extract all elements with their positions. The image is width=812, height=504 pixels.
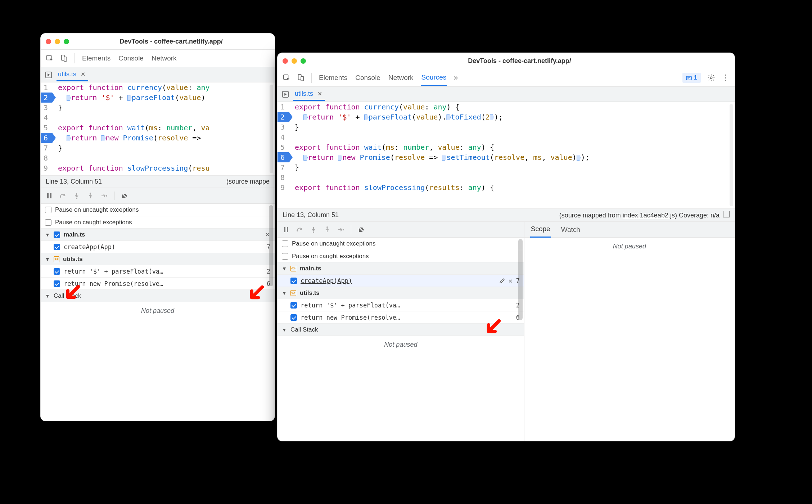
kebab-menu-icon[interactable]: ⋮ <box>722 73 730 82</box>
close-file-tab-icon[interactable]: ✕ <box>79 71 87 78</box>
disclosure-triangle-icon[interactable]: ▼ <box>45 232 50 238</box>
group-main-checkbox[interactable] <box>54 231 60 238</box>
inspect-element-icon[interactable] <box>283 74 290 82</box>
tab-watch[interactable]: Watch <box>561 226 580 234</box>
more-tabs-icon[interactable]: » <box>454 73 458 82</box>
tab-network[interactable]: Network <box>151 51 177 66</box>
not-paused-label: Not paused <box>278 336 524 354</box>
disclosure-triangle-icon[interactable]: ▼ <box>45 293 50 299</box>
bp-createapp-checkbox[interactable] <box>54 244 60 250</box>
tab-network[interactable]: Network <box>388 70 414 85</box>
bp-promise-checkbox[interactable] <box>54 280 60 287</box>
edit-breakpoint-icon[interactable] <box>499 278 505 284</box>
pause-uncaught-checkbox[interactable] <box>282 240 288 247</box>
issues-badge[interactable]: 1 <box>682 73 701 83</box>
breakpoint-item-parsefloat[interactable]: return '$' + parseFloat(va… 2 <box>278 299 524 311</box>
coverage-toggle-icon[interactable] <box>723 211 730 217</box>
code-editor[interactable]: 1 2 3 4 5 6 7 8 9 export function curren… <box>278 102 735 208</box>
window-title: DevTools - coffee-cart.netlify.app/ <box>73 38 270 45</box>
source-mapped-text: (source mappe <box>226 178 270 185</box>
pane-scrollbar[interactable] <box>269 205 273 286</box>
pause-caught-checkbox[interactable] <box>282 253 288 260</box>
disclosure-triangle-icon[interactable]: ▼ <box>282 290 287 296</box>
bp-parsefloat-checkbox[interactable] <box>290 302 297 309</box>
navigator-toggle-icon[interactable] <box>282 91 289 98</box>
breakpoint-item-createapp[interactable]: createApp(App) ✕ 7 <box>278 274 524 287</box>
step-icon[interactable] <box>337 226 344 233</box>
device-toggle-icon[interactable] <box>60 54 68 62</box>
svg-rect-13 <box>686 76 691 80</box>
tab-console[interactable]: Console <box>118 51 144 66</box>
code-body[interactable]: export function currency(value: any retu… <box>52 82 210 175</box>
step-into-icon[interactable] <box>73 192 80 199</box>
breakpoint-line-2[interactable]: 2 <box>278 112 289 122</box>
source-mapped-text: (source mapped from index.1ac4eab2.js) C… <box>559 211 730 219</box>
tab-scope[interactable]: Scope <box>530 221 551 238</box>
close-window-button[interactable] <box>283 58 288 64</box>
ts-file-icon: <> <box>54 256 59 262</box>
tab-sources[interactable]: Sources <box>421 70 447 86</box>
debugger-toolbar <box>41 188 275 204</box>
breakpoint-group-utils[interactable]: ▼ <> utils.ts <box>278 287 524 299</box>
tab-console[interactable]: Console <box>355 70 381 85</box>
pause-caught-checkbox[interactable] <box>45 219 51 226</box>
step-over-icon[interactable] <box>59 192 67 199</box>
titlebar[interactable]: DevTools - coffee-cart.netlify.app/ <box>278 53 735 69</box>
settings-gear-icon[interactable] <box>707 74 715 82</box>
breakpoint-item-createapp[interactable]: createApp(App) 7 <box>41 240 275 253</box>
bp-parsefloat-checkbox[interactable] <box>54 268 60 275</box>
code-editor[interactable]: 1 2 3 4 5 6 7 8 9 export function curren… <box>41 82 275 175</box>
deactivate-breakpoints-icon[interactable] <box>121 192 128 199</box>
bp-createapp-checkbox[interactable] <box>290 278 297 284</box>
breakpoint-line-6[interactable]: 6 <box>278 152 289 162</box>
file-tab-utils[interactable]: utils.ts ✕ <box>57 68 88 81</box>
breakpoint-line-2[interactable]: 2 <box>41 93 52 103</box>
file-tab-utils[interactable]: utils.ts ✕ <box>293 88 325 101</box>
window-controls[interactable] <box>46 39 69 44</box>
fullscreen-window-button[interactable] <box>301 58 306 64</box>
fullscreen-window-button[interactable] <box>64 39 69 44</box>
code-body[interactable]: export function currency(value: any) { r… <box>289 102 590 208</box>
device-toggle-icon[interactable] <box>297 74 305 82</box>
breakpoints-pane: Pause on uncaught exceptions Pause on ca… <box>41 204 275 320</box>
step-out-icon[interactable] <box>324 226 331 233</box>
disclosure-triangle-icon[interactable]: ▼ <box>45 256 50 262</box>
editor-scrollbar[interactable] <box>730 104 733 206</box>
line-gutter[interactable]: 1 2 3 4 5 6 7 8 9 <box>41 82 52 175</box>
window-controls[interactable] <box>283 58 306 64</box>
pause-icon[interactable] <box>46 192 53 199</box>
pause-icon[interactable] <box>283 226 290 233</box>
breakpoint-group-main[interactable]: ▼ main.ts ✕ <box>41 228 275 240</box>
breakpoint-item-parsefloat[interactable]: return '$' + parseFloat(va… 2 <box>41 265 275 277</box>
devtools-window-b: DevTools - coffee-cart.netlify.app/ Elem… <box>277 53 735 441</box>
navigator-toggle-icon[interactable] <box>45 71 52 78</box>
file-tab-strip: utils.ts ✕ <box>41 67 275 82</box>
remove-breakpoint-icon[interactable]: ✕ <box>509 277 513 284</box>
bp-promise-checkbox[interactable] <box>290 314 297 321</box>
tab-elements[interactable]: Elements <box>81 51 111 66</box>
close-window-button[interactable] <box>46 39 51 44</box>
disclosure-triangle-icon[interactable]: ▼ <box>282 266 287 271</box>
close-file-tab-icon[interactable]: ✕ <box>316 90 324 97</box>
line-gutter[interactable]: 1 2 3 4 5 6 7 8 9 <box>278 102 289 208</box>
minimize-window-button[interactable] <box>292 58 297 64</box>
titlebar[interactable]: DevTools - coffee-cart.netlify.app/ <box>41 33 275 49</box>
deactivate-breakpoints-icon[interactable] <box>358 226 365 233</box>
annotation-arrow-right <box>486 318 502 334</box>
breakpoint-group-utils[interactable]: ▼ <> utils.ts <box>41 253 275 265</box>
main-tabbar: Elements Console Network <box>41 49 275 67</box>
step-icon[interactable] <box>100 192 108 199</box>
pane-scrollbar[interactable] <box>518 239 523 320</box>
editor-scrollbar[interactable] <box>270 85 273 173</box>
tab-elements[interactable]: Elements <box>318 70 348 85</box>
step-into-icon[interactable] <box>310 226 317 233</box>
minimize-window-button[interactable] <box>55 39 60 44</box>
step-over-icon[interactable] <box>296 226 303 233</box>
breakpoint-line-6[interactable]: 6 <box>41 133 52 143</box>
step-out-icon[interactable] <box>87 192 94 199</box>
inspect-element-icon[interactable] <box>46 54 54 62</box>
pause-uncaught-checkbox[interactable] <box>45 207 51 213</box>
disclosure-triangle-icon[interactable]: ▼ <box>282 327 287 333</box>
breakpoint-group-main[interactable]: ▼ <> main.ts <box>278 262 524 274</box>
svg-point-7 <box>76 198 77 199</box>
